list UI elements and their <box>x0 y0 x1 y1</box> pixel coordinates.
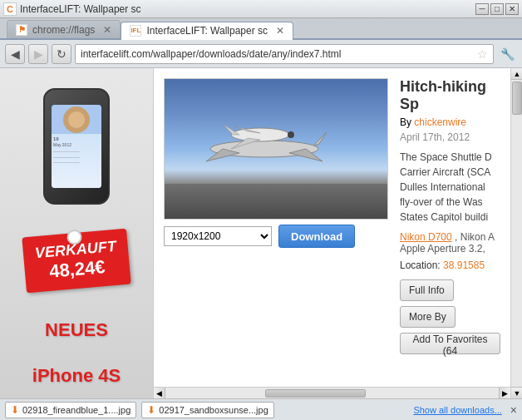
window-controls[interactable]: ─ □ ✕ <box>475 3 519 15</box>
download-icon-1: ⬇ <box>11 404 19 416</box>
camera-extra: , Nikon A <box>455 231 495 243</box>
maximize-button[interactable]: □ <box>490 3 504 15</box>
tab-flags-label: chrome://flags <box>32 24 95 36</box>
svg-marker-7 <box>223 124 239 135</box>
minimize-button[interactable]: ─ <box>475 3 489 15</box>
author-link[interactable]: chickenwire <box>414 116 466 128</box>
status-bar: ⬇ 02918_fireandblue_1....jpg ⬇ 02917_san… <box>0 398 522 420</box>
title-bar-left: C InterfaceLIFT: Wallpaper sc <box>3 2 141 16</box>
ad-content: 19 May 2012 ─────────────────────────── … <box>0 68 153 398</box>
status-bar-close-button[interactable]: × <box>510 403 517 417</box>
h-scrollbar: ◀ ▶ <box>154 387 510 398</box>
more-by-button[interactable]: More By <box>400 306 456 328</box>
wallpaper-thumbnail[interactable] <box>164 78 388 220</box>
download-item-1[interactable]: ⬇ 02918_fireandblue_1....jpg <box>5 402 136 418</box>
download-button[interactable]: Download <box>278 225 355 248</box>
window-title: InterfaceLIFT: Wallpaper sc <box>20 3 141 15</box>
software-text: Apple Aperture 3.2, <box>400 243 485 254</box>
phone-image: 19 May 2012 ─────────────────────────── <box>43 88 110 205</box>
resolution-select[interactable]: 1920x12002560x16001680x10501440x9001280x… <box>164 226 272 246</box>
close-button[interactable]: ✕ <box>505 3 519 15</box>
settings-icon[interactable]: 🔧 <box>497 44 517 64</box>
show-all-downloads-link[interactable]: Show all downloads... <box>413 405 501 415</box>
tab-ifl-close[interactable]: ✕ <box>276 25 284 37</box>
shuttle-svg <box>198 103 331 170</box>
date-line: April 17th, 2012 <box>400 131 500 143</box>
full-info-button[interactable]: Full Info <box>400 279 454 301</box>
tab-flags-close[interactable]: ✕ <box>103 24 111 36</box>
wallpaper-title: Hitch-hiking Sp <box>400 78 500 113</box>
phone-screen: 19 May 2012 ─────────────────────────── <box>52 105 101 188</box>
h-scroll-track <box>165 388 499 399</box>
svg-point-8 <box>288 131 294 138</box>
by-text: By <box>400 116 414 128</box>
ad-sidebar: 19 May 2012 ─────────────────────────── … <box>0 68 154 398</box>
download-filename-2: 02917_sandboxsunse...jpg <box>159 405 268 415</box>
download-area: 1920x12002560x16001680x10501440x9001280x… <box>164 225 388 248</box>
scroll-down-button[interactable]: ▼ <box>511 387 522 398</box>
wallpaper-info: Hitch-hiking Sp By chickenwire April 17t… <box>400 78 500 354</box>
camera-info: Nikon D700 , Nikon A Apple Aperture 3.2, <box>400 231 500 254</box>
v-scrollbar: ▲ ▼ <box>510 68 522 398</box>
author-line: By chickenwire <box>400 116 500 128</box>
tab-bar: ⚑ chrome://flags ✕ IFL InterfaceLIFT: Wa… <box>0 18 522 40</box>
tab-ifl-label: InterfaceLIFT: Wallpaper sc <box>146 25 268 37</box>
neues-label: NEUES <box>45 319 108 341</box>
title-bar: C InterfaceLIFT: Wallpaper sc ─ □ ✕ <box>0 0 522 18</box>
wallpaper-section: 1920x12002560x16001680x10501440x9001280x… <box>164 78 500 354</box>
description: The Space Shuttle D Carrier Aircraft (SC… <box>400 150 500 225</box>
download-icon-2: ⬇ <box>147 404 155 416</box>
price-tag: VERKAUFT 48,24€ <box>22 229 130 294</box>
forward-button[interactable]: ▶ <box>28 44 48 64</box>
h-scroll-left-button[interactable]: ◀ <box>154 388 165 399</box>
url-text: interfacelift.com/wallpaper/downloads/da… <box>81 48 474 60</box>
camera-model-link[interactable]: Nikon D700 <box>400 231 452 243</box>
page-content: 1920x12002560x16001680x10501440x9001280x… <box>154 68 510 398</box>
reload-button[interactable]: ↻ <box>52 44 71 64</box>
main-page: 1920x12002560x16001680x10501440x9001280x… <box>154 68 510 387</box>
flags-favicon: ⚑ <box>16 24 27 36</box>
browser-window: C InterfaceLIFT: Wallpaper sc ─ □ ✕ ⚑ ch… <box>0 0 522 420</box>
h-scroll-right-button[interactable]: ▶ <box>499 388 510 399</box>
location-value: 38.91585 <box>443 259 485 271</box>
download-item-2[interactable]: ⬇ 02917_sandboxsunse...jpg <box>141 402 274 418</box>
location-label: Location: <box>400 259 443 271</box>
nav-bar: ◀ ▶ ↻ interfacelift.com/wallpaper/downlo… <box>0 40 522 68</box>
ifl-favicon: IFL <box>130 25 141 37</box>
back-button[interactable]: ◀ <box>5 44 25 64</box>
content-area: 19 May 2012 ─────────────────────────── … <box>0 68 522 398</box>
scroll-up-button[interactable]: ▲ <box>511 68 522 80</box>
chrome-icon: C <box>3 2 17 16</box>
address-bar[interactable]: interfacelift.com/wallpaper/downloads/da… <box>75 44 494 64</box>
scroll-thumb[interactable] <box>512 82 522 115</box>
location-line: Location: 38.91585 <box>400 259 500 271</box>
bookmark-star-icon[interactable]: ☆ <box>477 47 488 61</box>
svg-point-4 <box>231 128 289 141</box>
h-scroll-thumb[interactable] <box>265 389 365 398</box>
svg-marker-3 <box>314 132 327 145</box>
tab-ifl[interactable]: IFL InterfaceLIFT: Wallpaper sc ✕ <box>121 22 293 40</box>
tab-flags[interactable]: ⚑ chrome://flags ✕ <box>7 20 121 38</box>
add-to-favorites-button[interactable]: Add To Favorites (64 <box>400 333 500 354</box>
product-label: iPhone 4S <box>32 365 121 387</box>
download-filename-1: 02918_fireandblue_1....jpg <box>22 405 130 415</box>
action-buttons: Full Info More By Add To Favorites (64 <box>400 279 500 354</box>
scrollbar-area: 1920x12002560x16001680x10501440x9001280x… <box>154 68 522 398</box>
